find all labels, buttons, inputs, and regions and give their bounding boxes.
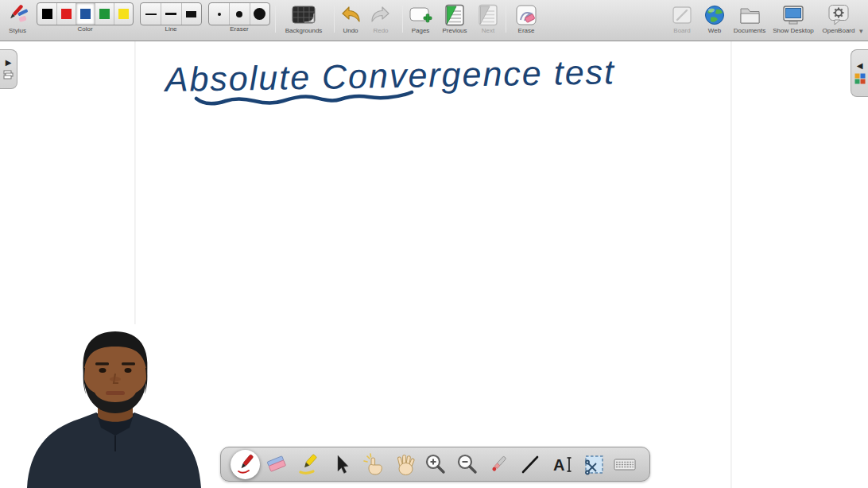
erase-page-button[interactable]: Erase xyxy=(510,2,542,34)
previous-page-button[interactable]: Previous xyxy=(438,2,471,34)
toolbar-separator xyxy=(334,6,335,33)
previous-label: Previous xyxy=(438,27,471,34)
laser-pointer-icon xyxy=(486,452,510,476)
left-panel-tab[interactable]: ▶ xyxy=(0,49,17,89)
eraser-icon xyxy=(265,452,289,476)
next-label: Next xyxy=(475,27,502,34)
marker-tool-button[interactable] xyxy=(294,450,324,479)
openboard-label: OpenBoard xyxy=(819,27,858,34)
redo-label: Redo xyxy=(367,27,394,34)
openboard-menu-button[interactable]: OpenBoard xyxy=(819,2,858,34)
expand-right-arrow-icon: ▶ xyxy=(6,59,12,67)
color-black[interactable] xyxy=(37,3,56,25)
backgrounds-label: Backgrounds xyxy=(280,27,327,34)
right-panel-tab[interactable]: ◀ xyxy=(851,49,868,97)
eraser-medium[interactable] xyxy=(229,3,249,25)
line-group: Line xyxy=(140,2,202,33)
svg-text:A: A xyxy=(553,456,564,474)
line-width-palette xyxy=(140,2,202,25)
gear-bubble-icon xyxy=(819,2,858,27)
show-desktop-button[interactable]: Show Desktop xyxy=(768,2,819,34)
virtual-keyboard-tool-button[interactable] xyxy=(610,450,640,479)
color-blue-selected[interactable] xyxy=(76,3,95,25)
bottom-tool-dock: A xyxy=(220,447,650,482)
next-page-button-disabled[interactable]: Next xyxy=(475,2,502,34)
expand-left-arrow-icon: ◀ xyxy=(857,62,863,70)
erase-board-icon xyxy=(510,2,542,27)
toolbar-separator xyxy=(506,6,506,33)
eraser-large[interactable] xyxy=(250,3,269,25)
web-button[interactable]: Web xyxy=(701,2,728,34)
stylus-button[interactable]: Stylus xyxy=(2,2,33,34)
line-medium[interactable] xyxy=(161,3,180,25)
color-green[interactable] xyxy=(95,3,114,25)
whiteboard-canvas[interactable]: Absolute Convergence test ▶ ◀ xyxy=(0,41,868,488)
zoom-in-tool-button[interactable] xyxy=(420,450,450,479)
handwritten-title: Absolute Convergence test xyxy=(162,52,615,99)
openboard-app-window: Stylus Color Line xyxy=(0,0,868,488)
capture-scissors-icon xyxy=(582,452,606,476)
open-hand-icon xyxy=(392,452,416,476)
new-page-plus-icon xyxy=(405,2,436,27)
arrow-cursor-icon xyxy=(328,452,352,476)
pointing-finger-icon xyxy=(360,452,384,476)
keyboard-icon xyxy=(612,452,637,476)
line-icon xyxy=(518,452,542,476)
undo-button[interactable]: Undo xyxy=(337,2,364,34)
eraser-tool-button[interactable] xyxy=(262,450,292,479)
laser-pointer-tool-button[interactable] xyxy=(484,450,513,479)
text-icon: A xyxy=(550,452,574,476)
documents-label: Documents xyxy=(730,27,769,34)
board-mode-button-disabled[interactable]: Board xyxy=(666,2,698,34)
undo-arrow-icon xyxy=(337,2,364,27)
pages-button[interactable]: Pages xyxy=(405,2,436,34)
library-grid-icon xyxy=(854,73,866,84)
stylus-pens-icon xyxy=(2,2,33,27)
color-yellow[interactable] xyxy=(114,3,133,25)
documents-button[interactable]: Documents xyxy=(730,2,769,34)
undo-label: Undo xyxy=(337,27,364,34)
pages-label: Pages xyxy=(405,27,436,34)
eraser-small[interactable] xyxy=(209,3,229,25)
color-label: Color xyxy=(37,25,134,33)
redo-arrow-icon xyxy=(367,2,394,27)
redo-button-disabled[interactable]: Redo xyxy=(367,2,394,34)
folder-icon xyxy=(730,2,769,27)
previous-page-icon xyxy=(438,2,471,27)
zoom-in-icon xyxy=(423,452,447,476)
eraser-group: Eraser xyxy=(208,2,270,33)
erase-label: Erase xyxy=(510,27,542,34)
show-desktop-label: Show Desktop xyxy=(768,27,819,34)
web-label: Web xyxy=(701,27,728,34)
handwriting-layer: Absolute Convergence test xyxy=(0,41,868,168)
toolbar-separator xyxy=(402,6,403,33)
interact-tool-button[interactable] xyxy=(357,450,386,479)
desktop-monitor-icon xyxy=(768,2,819,27)
board-grid-icon xyxy=(280,2,327,27)
top-toolbar: Stylus Color Line xyxy=(0,0,868,41)
capture-tool-button[interactable] xyxy=(579,450,608,479)
board-mode-icon xyxy=(666,2,698,27)
globe-icon xyxy=(701,2,728,27)
color-group: Color xyxy=(37,2,134,33)
line-tool-button[interactable] xyxy=(515,450,544,479)
eraser-label: Eraser xyxy=(208,25,270,33)
pen-tool-button[interactable] xyxy=(231,450,260,479)
pen-icon xyxy=(234,452,258,476)
toolbar-collapse-arrow-icon[interactable]: ▾ xyxy=(859,27,863,35)
line-thick[interactable] xyxy=(181,3,201,25)
backgrounds-button[interactable]: Backgrounds xyxy=(280,2,327,34)
text-tool-button[interactable]: A xyxy=(547,450,576,479)
eraser-size-palette xyxy=(208,2,270,25)
zoom-out-tool-button[interactable] xyxy=(452,450,482,479)
presenter-video-overlay xyxy=(16,324,215,488)
line-thin[interactable] xyxy=(141,3,161,25)
color-red[interactable] xyxy=(56,3,76,25)
zoom-out-icon xyxy=(455,452,479,476)
line-label: Line xyxy=(140,25,202,33)
marker-icon xyxy=(296,452,320,476)
board-label: Board xyxy=(666,27,698,34)
selector-tool-button[interactable] xyxy=(325,450,355,479)
color-palette xyxy=(37,2,134,25)
hand-pan-tool-button[interactable] xyxy=(389,450,418,479)
